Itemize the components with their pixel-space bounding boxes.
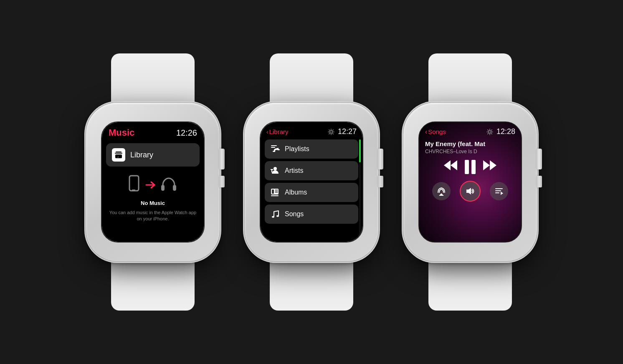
svg-marker-51 <box>501 192 503 195</box>
watch-crown-2[interactable] <box>377 149 383 169</box>
watch-screen-3: ‹ Songs <box>418 121 522 243</box>
svg-rect-8 <box>173 185 176 191</box>
svg-line-17 <box>329 133 330 134</box>
watch-body-3: ‹ Songs <box>403 103 537 261</box>
back-button-2[interactable]: ‹ Library <box>266 128 289 135</box>
band-bottom-1 <box>111 260 195 311</box>
svg-rect-18 <box>271 145 277 146</box>
watch2-time: 12:27 <box>338 127 357 136</box>
svg-line-39 <box>491 133 492 134</box>
band-bottom-3 <box>428 260 512 311</box>
now-playing-content: ‹ Songs <box>419 122 521 242</box>
watch-body-1: Music 12:26 ♪ Library <box>86 103 220 261</box>
svg-rect-50 <box>495 192 499 193</box>
song-title: My Enemy (feat. Mat <box>419 139 521 148</box>
watch2-header-right: 12:27 <box>328 127 357 136</box>
back-button-3[interactable]: ‹ Songs <box>425 128 446 136</box>
menu-item-songs[interactable]: Songs <box>265 205 358 224</box>
playlist-icon <box>270 144 281 154</box>
svg-point-21 <box>277 149 280 150</box>
svg-point-9 <box>330 131 332 133</box>
menu-label-songs: Songs <box>285 210 304 218</box>
volume-button[interactable] <box>460 181 481 202</box>
phone-icon <box>128 175 143 195</box>
menu-item-artists[interactable]: Artists <box>265 161 358 180</box>
airplay-button[interactable] <box>432 182 451 200</box>
svg-line-15 <box>332 133 333 134</box>
back-chevron-3: ‹ <box>425 128 427 136</box>
watch1-time: 12:26 <box>176 128 197 138</box>
svg-rect-0 <box>116 152 122 152</box>
playback-controls <box>419 154 521 177</box>
svg-rect-49 <box>495 190 501 191</box>
back-label-2: Library <box>269 128 289 135</box>
band-top-1 <box>111 53 195 104</box>
rewind-button[interactable] <box>443 159 458 174</box>
svg-point-32 <box>276 215 279 217</box>
svg-rect-19 <box>271 147 275 148</box>
svg-point-31 <box>272 216 274 218</box>
no-music-icons <box>128 175 178 195</box>
no-music-section: No Music You can add music in the Apple … <box>102 168 204 226</box>
watch3-header: ‹ Songs <box>419 122 521 139</box>
menu-label-albums: Albums <box>285 189 307 196</box>
now-playing-screen: ‹ Songs <box>419 122 521 242</box>
svg-rect-5 <box>132 190 135 190</box>
watch-crown-1[interactable] <box>219 149 225 169</box>
music-app-title: Music <box>109 127 134 138</box>
library-menu-screen: ‹ Library <box>261 122 362 242</box>
svg-line-14 <box>329 129 330 130</box>
library-label: Library <box>130 151 153 159</box>
svg-line-16 <box>332 129 333 130</box>
library-button[interactable]: ♪ Library <box>106 143 200 167</box>
svg-marker-45 <box>490 160 496 170</box>
menu-label-artists: Artists <box>285 167 303 174</box>
back-label-3: Songs <box>428 128 446 135</box>
svg-point-22 <box>274 167 277 170</box>
forward-button[interactable] <box>482 159 497 174</box>
album-icon <box>270 187 281 198</box>
watch-crown-3[interactable] <box>536 149 542 169</box>
watch-button-2[interactable] <box>377 176 383 187</box>
svg-line-41 <box>488 133 489 134</box>
svg-point-33 <box>489 131 491 133</box>
watch-1: Music 12:26 ♪ Library <box>86 53 220 311</box>
queue-button[interactable] <box>490 182 508 200</box>
watch-screen-1: Music 12:26 ♪ Library <box>101 121 205 243</box>
back-chevron-2: ‹ <box>266 129 268 135</box>
settings-icon-2[interactable] <box>328 129 334 135</box>
no-music-title: No Music <box>141 200 165 206</box>
song-icon <box>270 209 281 220</box>
no-music-description: You can add music in the Apple Watch app… <box>107 210 199 222</box>
pause-bar-left <box>465 160 469 174</box>
menu-item-albums[interactable]: Albums <box>265 183 358 202</box>
svg-rect-30 <box>271 195 279 196</box>
settings-icon-3[interactable] <box>486 129 493 135</box>
watch-button-1[interactable] <box>219 176 225 187</box>
band-top-2 <box>270 53 353 104</box>
svg-line-40 <box>491 129 492 130</box>
svg-line-38 <box>488 129 489 130</box>
svg-rect-4 <box>129 176 139 191</box>
svg-marker-47 <box>466 188 471 195</box>
pause-button[interactable] <box>465 160 476 174</box>
watch-body-2: ‹ Library <box>245 103 378 261</box>
svg-marker-42 <box>444 160 451 170</box>
library-menu: Playlists <box>261 139 362 242</box>
menu-item-playlists[interactable]: Playlists <box>265 139 358 159</box>
headphone-icon <box>160 176 178 194</box>
watch-2: ‹ Library <box>245 53 378 311</box>
svg-point-20 <box>273 151 275 152</box>
svg-marker-43 <box>451 160 457 170</box>
artist-icon <box>270 165 281 176</box>
watch-button-3[interactable] <box>536 176 542 187</box>
pause-bar-right <box>471 160 476 174</box>
menu-label-playlists: Playlists <box>285 145 309 153</box>
watch-screen-2: ‹ Library <box>260 121 363 243</box>
svg-rect-1 <box>115 153 122 154</box>
arrow-icon <box>145 180 157 190</box>
svg-rect-48 <box>495 188 503 189</box>
bottom-controls <box>419 177 521 208</box>
svg-marker-44 <box>483 160 490 170</box>
watches-container: Music 12:26 ♪ Library <box>69 37 554 327</box>
